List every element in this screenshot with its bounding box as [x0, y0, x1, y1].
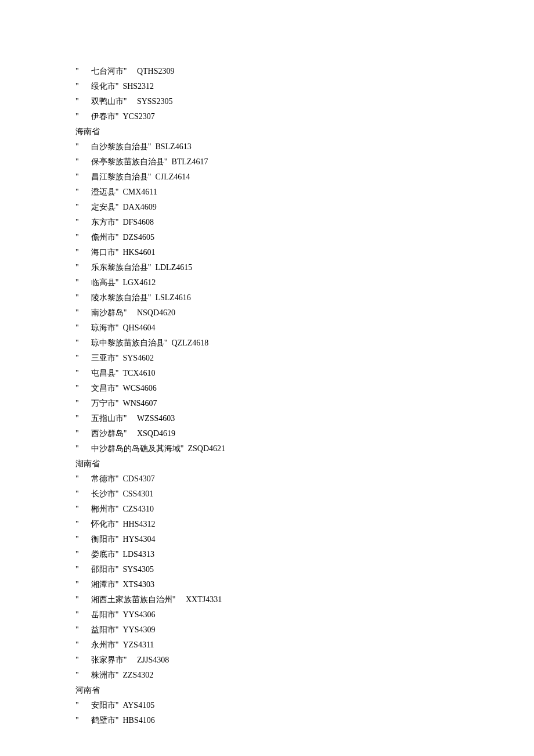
region-entry: " 鹤壁市" HBS4106 [75, 713, 459, 728]
region-entry: " 万宁市" WNS4607 [75, 396, 459, 411]
region-entry: " 郴州市" CZS4310 [75, 502, 459, 517]
region-entry: " 湘西土家族苗族自治州" XXTJ4331 [75, 592, 459, 607]
region-entry: " 东方市" DFS4608 [75, 215, 459, 230]
region-entry: " 张家界市" ZJJS4308 [75, 653, 459, 668]
region-entry: " 安阳市" AYS4105 [75, 698, 459, 713]
region-entry: " 琼中黎族苗族自治县" QZLZ4618 [75, 336, 459, 351]
region-entry: " 湘潭市" XTS4303 [75, 577, 459, 592]
region-entry: " 保亭黎族苗族自治县" BTLZ4617 [75, 154, 459, 170]
region-entry: " 邵阳市" SYS4305 [75, 562, 459, 577]
province-heading: 湖南省 [75, 456, 459, 471]
region-entry: " 岳阳市" YYS4306 [75, 607, 459, 622]
region-entry: " 怀化市" HHS4312 [75, 517, 459, 532]
region-entry: " 临高县" LGX4612 [75, 275, 459, 290]
province-heading: 海南省 [75, 124, 459, 139]
region-entry: " 文昌市" WCS4606 [75, 381, 459, 396]
region-entry: " 伊春市" YCS2307 [75, 109, 459, 124]
region-entry: " 双鸭山市" SYSS2305 [75, 94, 459, 109]
region-entry: " 白沙黎族自治县" BSLZ4613 [75, 139, 459, 154]
region-entry: " 昌江黎族自治县" CJLZ4614 [75, 170, 459, 185]
region-entry: " 陵水黎族自治县" LSLZ4616 [75, 290, 459, 305]
region-entry: " 定安县" DAX4609 [75, 200, 459, 215]
region-entry: " 绥化市" SHS2312 [75, 79, 459, 94]
province-heading: 河南省 [75, 683, 459, 698]
region-entry: " 儋州市" DZS4605 [75, 230, 459, 245]
region-entry: " 株洲市" ZZS4302 [75, 668, 459, 683]
region-entry: " 海口市" HKS4601 [75, 245, 459, 260]
region-entry: " 澄迈县" CMX4611 [75, 185, 459, 200]
region-entry: " 乐东黎族自治县" LDLZ4615 [75, 260, 459, 275]
region-entry: " 西沙群岛" XSQD4619 [75, 426, 459, 441]
region-entry: " 益阳市" YYS4309 [75, 622, 459, 638]
region-entry: " 中沙群岛的岛礁及其海域" ZSQD4621 [75, 441, 459, 456]
region-entry: " 七台河市" QTHS2309 [75, 64, 459, 79]
document-page: " 七台河市" QTHS2309" 绥化市" SHS2312" 双鸭山市" SY… [0, 0, 534, 756]
region-entry: " 屯昌县" TCX4610 [75, 366, 459, 381]
region-entry: " 三亚市" SYS4602 [75, 351, 459, 366]
region-entry: " 衡阳市" HYS4304 [75, 532, 459, 547]
region-entry: " 南沙群岛" NSQD4620 [75, 305, 459, 321]
region-entry: " 永州市" YZS4311 [75, 638, 459, 653]
region-entry: " 五指山市" WZSS4603 [75, 411, 459, 426]
region-entry: " 琼海市" QHS4604 [75, 321, 459, 336]
region-entry: " 常德市" CDS4307 [75, 471, 459, 487]
region-entry: " 长沙市" CSS4301 [75, 487, 459, 502]
region-entry: " 娄底市" LDS4313 [75, 547, 459, 562]
